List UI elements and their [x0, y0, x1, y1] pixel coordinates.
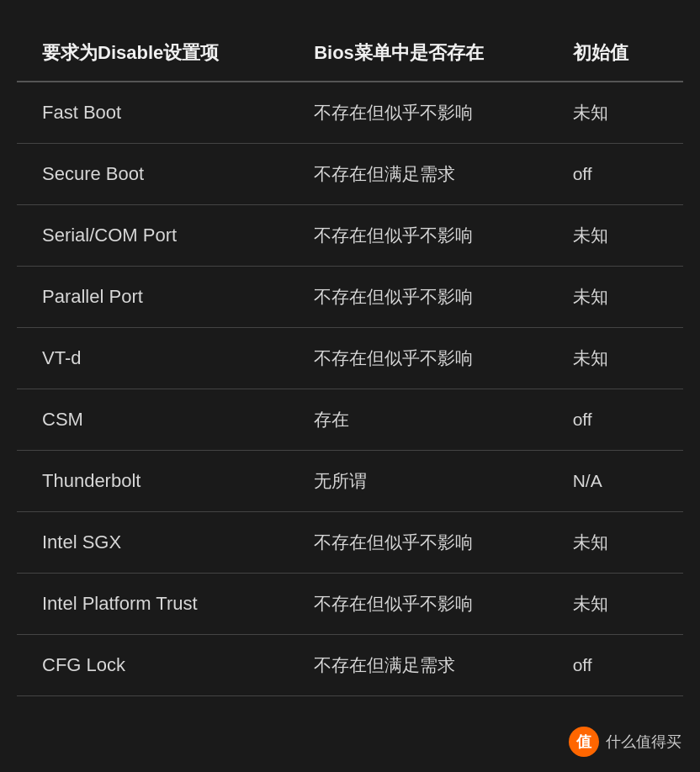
cell-bios-status: 不存在但满足需求	[300, 144, 559, 205]
col-header-initial-value: 初始值	[559, 25, 683, 82]
table-row: Thunderbolt无所谓N/A	[17, 451, 683, 512]
table-header-row: 要求为Disable设置项 Bios菜单中是否存在 初始值	[17, 25, 683, 82]
cell-initial-value: off	[559, 635, 683, 696]
cell-bios-status: 不存在但满足需求	[300, 635, 559, 696]
table-row: Serial/COM Port不存在但似乎不影响未知	[17, 205, 683, 267]
table-row: Secure Boot不存在但满足需求off	[17, 144, 683, 205]
cell-bios-status: 不存在但似乎不影响	[300, 267, 559, 328]
cell-setting: CSM	[17, 389, 300, 451]
cell-initial-value: 未知	[559, 574, 683, 635]
bios-settings-table: 要求为Disable设置项 Bios菜单中是否存在 初始值 Fast Boot不…	[17, 25, 683, 696]
table-row: Parallel Port不存在但似乎不影响未知	[17, 267, 683, 328]
watermark: 值 什么值得买	[569, 727, 681, 757]
cell-initial-value: off	[559, 389, 683, 451]
table-row: Intel SGX不存在但似乎不影响未知	[17, 512, 683, 574]
cell-initial-value: off	[559, 144, 683, 205]
cell-bios-status: 存在	[300, 389, 559, 451]
cell-setting: Intel SGX	[17, 512, 300, 574]
table-row: CFG Lock不存在但满足需求off	[17, 635, 683, 696]
cell-initial-value: 未知	[559, 328, 683, 389]
cell-setting: VT-d	[17, 328, 300, 389]
col-header-bios-status: Bios菜单中是否存在	[300, 25, 559, 82]
col-header-setting: 要求为Disable设置项	[17, 25, 300, 82]
table-row: Intel Platform Trust不存在但似乎不影响未知	[17, 574, 683, 635]
cell-initial-value: N/A	[559, 451, 683, 512]
cell-initial-value: 未知	[559, 82, 683, 144]
cell-setting: Fast Boot	[17, 82, 300, 144]
cell-setting: CFG Lock	[17, 635, 300, 696]
cell-setting: Serial/COM Port	[17, 205, 300, 267]
table-row: Fast Boot不存在但似乎不影响未知	[17, 82, 683, 144]
cell-bios-status: 不存在但似乎不影响	[300, 512, 559, 574]
table-row: CSM存在off	[17, 389, 683, 451]
cell-initial-value: 未知	[559, 205, 683, 267]
cell-bios-status: 不存在但似乎不影响	[300, 82, 559, 144]
cell-setting: Thunderbolt	[17, 451, 300, 512]
cell-bios-status: 不存在但似乎不影响	[300, 574, 559, 635]
table-row: VT-d不存在但似乎不影响未知	[17, 328, 683, 389]
cell-bios-status: 不存在但似乎不影响	[300, 205, 559, 267]
cell-initial-value: 未知	[559, 267, 683, 328]
cell-bios-status: 不存在但似乎不影响	[300, 328, 559, 389]
cell-setting: Intel Platform Trust	[17, 574, 300, 635]
table-container: 要求为Disable设置项 Bios菜单中是否存在 初始值 Fast Boot不…	[0, 0, 700, 764]
watermark-icon: 值	[569, 727, 599, 757]
cell-bios-status: 无所谓	[300, 451, 559, 512]
cell-initial-value: 未知	[559, 512, 683, 574]
cell-setting: Secure Boot	[17, 144, 300, 205]
watermark-text: 什么值得买	[606, 732, 681, 752]
cell-setting: Parallel Port	[17, 267, 300, 328]
